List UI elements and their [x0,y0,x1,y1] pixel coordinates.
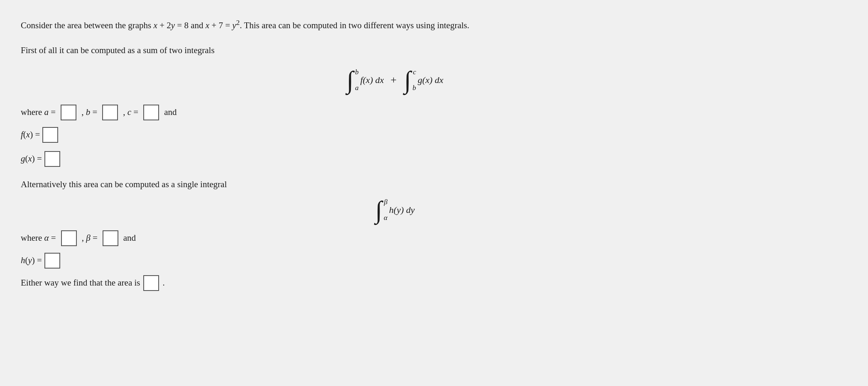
input-c[interactable] [143,105,159,120]
where-alpha-beta-line: where α = , β = and [21,230,602,246]
input-b[interactable] [102,105,118,120]
integral1-upper: b [355,68,359,76]
integral1-limits: b a [355,68,359,92]
either-line: Either way we find that the area is . [21,275,602,291]
hy-line: h(y) = [21,253,602,269]
integral2-lower: b [412,84,416,92]
plus-sign: + [390,74,397,86]
gx-line: g(x) = [21,151,602,167]
integral3-upper: β [384,198,387,206]
fx-label: f(x) = [21,129,40,140]
either-label: Either way we find that the area is [21,278,140,288]
input-fx[interactable] [42,127,58,143]
input-area[interactable] [143,275,159,291]
where-a-label: where a = [21,107,56,117]
integral3-lower: α [384,214,387,222]
integral-single-display: ∫ β α h(y) dy [187,198,602,222]
where-abc-line: where a = , b = , c = and [21,105,602,120]
integral3: ∫ β α h(y) dy [374,198,414,222]
fx-line: f(x) = [21,127,602,143]
integral3-symbol: ∫ [374,199,383,221]
input-gx[interactable] [44,151,60,167]
beta-label: , β = [82,233,98,243]
input-hy[interactable] [44,253,60,269]
alt-label: Alternatively this area can be computed … [21,179,602,190]
intro-paragraph: Consider the area between the graphs x +… [21,17,602,33]
period: . [162,278,164,288]
input-alpha[interactable] [61,230,77,246]
integral1-lower: a [355,84,359,92]
input-beta[interactable] [103,230,118,246]
integral2-limits: c b [412,68,416,92]
integrand1: f(x) dx [360,75,384,86]
b-label: , b = [81,107,97,117]
integral1-symbol: ∫ [346,69,354,91]
input-a[interactable] [61,105,76,120]
integrand2: g(x) dx [418,75,444,86]
integral2-symbol: ∫ [403,69,412,91]
integral2-upper: c [413,68,416,76]
hy-label: h(y) = [21,255,42,266]
and-label-1: and [164,107,177,117]
integral2: ∫ c b g(x) dx [403,68,444,92]
integral1: ∫ b a f(x) dx [346,68,384,92]
main-content: Consider the area between the graphs x +… [21,17,602,291]
integral-sum-display: ∫ b a f(x) dx + ∫ c b g(x) dx [187,68,602,92]
section1-label: First of all it can be computed as a sum… [21,45,602,56]
and-label-2: and [123,233,136,243]
integrand3: h(y) dy [389,205,415,215]
c-label: , c = [123,107,138,117]
integral3-limits: β α [384,198,387,222]
gx-label: g(x) = [21,154,42,164]
where-alpha-label: where α = [21,233,56,243]
